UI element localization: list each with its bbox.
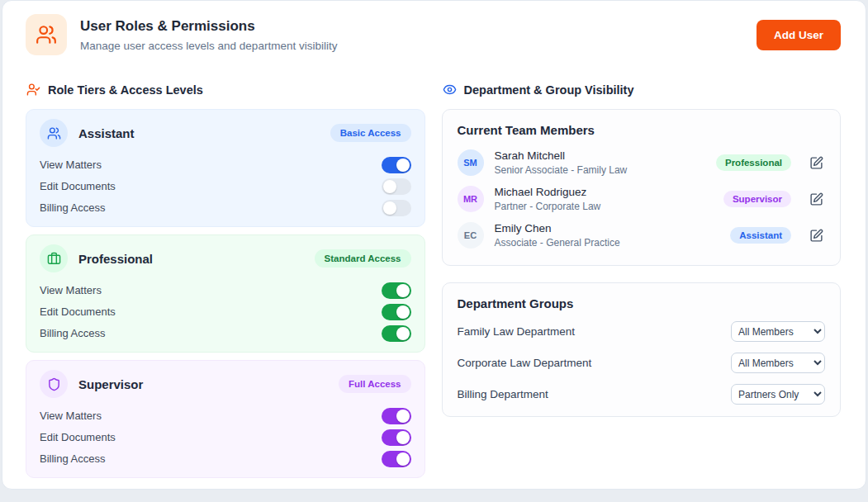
permission-label: View Matters — [40, 410, 102, 422]
edit-icon — [809, 156, 823, 170]
permission-label: View Matters — [40, 284, 102, 296]
member-name: Sarah Mitchell — [495, 149, 705, 162]
department-groups-title: Department Groups — [458, 296, 826, 310]
permission-row: View Matters — [40, 407, 411, 424]
member-name: Emily Chen — [495, 222, 720, 234]
member-role-badge: Assistant — [730, 227, 791, 244]
page-subtitle: Manage user access levels and department… — [80, 40, 743, 52]
edit-icon — [809, 192, 823, 206]
header-titles: User Roles & Permissions Manage user acc… — [80, 17, 743, 51]
access-level-badge: Basic Access — [330, 124, 411, 142]
permission-row: Edit Documents — [40, 178, 411, 195]
permission-row: View Matters — [40, 282, 411, 299]
role-tiers-column: Role Tiers & Access Levels Assistant Bas… — [26, 83, 425, 485]
member-description: Associate - General Practice — [495, 237, 720, 249]
billing-visibility-select[interactable]: Partners Only — [731, 384, 825, 405]
eye-icon — [443, 83, 457, 97]
add-user-button[interactable]: Add User — [757, 20, 841, 50]
billing-access-toggle[interactable] — [382, 451, 411, 467]
team-members-title: Current Team Members — [458, 123, 826, 137]
view-matters-toggle[interactable] — [382, 282, 411, 299]
team-member-row: EC Emily Chen Associate - General Practi… — [458, 217, 826, 253]
role-name: Assistant — [78, 126, 135, 140]
member-description: Partner - Corporate Law — [495, 201, 713, 212]
department-label: Corporate Law Department — [458, 357, 592, 369]
edit-member-button[interactable] — [808, 227, 825, 244]
role-tiers-section-title: Role Tiers & Access Levels — [48, 83, 203, 97]
permission-label: Edit Documents — [40, 305, 116, 318]
role-card-supervisor: Supervisor Full Access View Matters Edit… — [26, 360, 425, 478]
role-card-assistant: Assistant Basic Access View Matters Edit… — [26, 109, 425, 227]
edit-icon — [809, 229, 823, 243]
department-group-row: Family Law Department All Members — [458, 321, 826, 342]
permission-row: Billing Access — [40, 199, 411, 216]
permission-label: Billing Access — [40, 201, 105, 214]
billing-access-toggle[interactable] — [382, 200, 411, 216]
access-level-badge: Standard Access — [315, 249, 411, 268]
view-matters-toggle[interactable] — [382, 157, 411, 173]
permission-row: Billing Access — [40, 324, 411, 342]
access-level-badge: Full Access — [339, 375, 411, 393]
edit-member-button[interactable] — [808, 191, 825, 208]
edit-documents-toggle[interactable] — [382, 304, 411, 320]
department-label: Billing Department — [458, 388, 548, 400]
avatar: MR — [458, 186, 484, 212]
team-member-row: SM Sarah Mitchell Senior Associate - Fam… — [458, 144, 826, 181]
permission-label: Billing Access — [40, 327, 105, 339]
avatar: EC — [458, 222, 484, 249]
team-members-card: Current Team Members SM Sarah Mitchell S… — [442, 109, 842, 266]
page-title: User Roles & Permissions — [80, 17, 743, 35]
user-check-icon — [26, 83, 40, 97]
permission-row: Billing Access — [40, 450, 411, 467]
permission-label: Edit Documents — [40, 180, 116, 192]
permission-row: Edit Documents — [40, 303, 411, 320]
role-name: Supervisor — [78, 377, 143, 391]
member-role-badge: Professional — [716, 154, 791, 171]
edit-member-button[interactable] — [808, 154, 825, 172]
department-group-row: Corporate Law Department All Members — [458, 353, 826, 373]
team-member-row: MR Michael Rodriguez Partner - Corporate… — [458, 181, 826, 217]
permission-label: Billing Access — [40, 452, 105, 465]
permission-label: Edit Documents — [40, 431, 116, 443]
member-name: Michael Rodriguez — [495, 186, 713, 198]
corporate-law-visibility-select[interactable]: All Members — [731, 353, 825, 373]
role-name: Professional — [78, 252, 153, 266]
page-header: User Roles & Permissions Manage user acc… — [26, 14, 841, 55]
users-icon — [40, 119, 68, 147]
department-groups-card: Department Groups Family Law Department … — [442, 282, 842, 417]
billing-access-toggle[interactable] — [382, 325, 411, 342]
role-tiers-section-header: Role Tiers & Access Levels — [26, 83, 425, 97]
avatar: SM — [458, 149, 484, 176]
edit-documents-toggle[interactable] — [382, 429, 411, 446]
shield-icon — [40, 370, 68, 398]
member-role-badge: Supervisor — [723, 191, 791, 207]
permission-label: View Matters — [40, 159, 102, 171]
edit-documents-toggle[interactable] — [382, 178, 411, 195]
visibility-section-header: Department & Group Visibility — [443, 83, 842, 97]
user-roles-panel: User Roles & Permissions Manage user acc… — [2, 0, 866, 490]
view-matters-toggle[interactable] — [382, 408, 411, 424]
department-group-row: Billing Department Partners Only — [458, 384, 826, 405]
visibility-column: Department & Group Visibility Current Te… — [442, 83, 842, 485]
permission-row: View Matters — [40, 156, 411, 173]
users-icon — [26, 14, 67, 55]
member-description: Senior Associate - Family Law — [495, 164, 705, 176]
briefcase-icon — [40, 244, 68, 272]
visibility-section-title: Department & Group Visibility — [464, 83, 634, 97]
department-label: Family Law Department — [458, 325, 576, 338]
role-card-professional: Professional Standard Access View Matter… — [26, 234, 425, 353]
family-law-visibility-select[interactable]: All Members — [731, 321, 825, 342]
permission-row: Edit Documents — [40, 429, 411, 446]
